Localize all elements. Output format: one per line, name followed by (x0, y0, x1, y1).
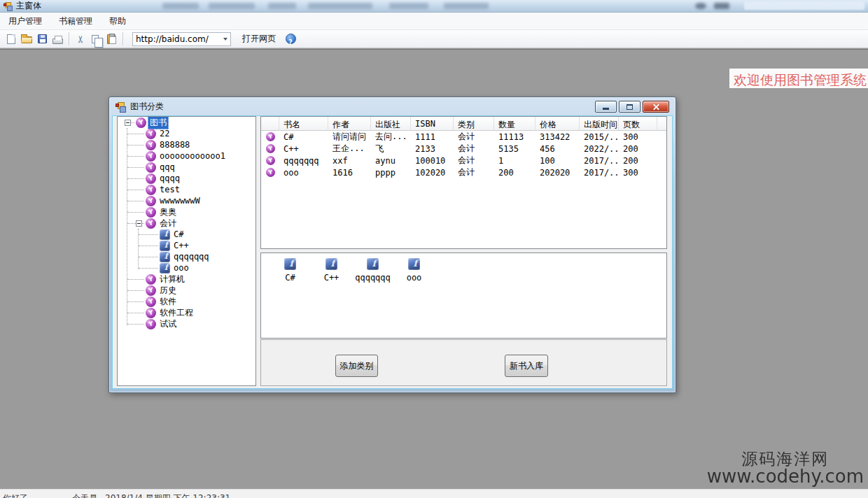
grid-cell: 请问请问 (328, 131, 371, 143)
grid-cell: xxf (328, 156, 371, 166)
help-icon[interactable] (283, 31, 298, 47)
category-icon (266, 144, 275, 153)
grid-header-filler (657, 117, 666, 131)
table-row[interactable]: ooo1616pppp102020会计2002020202017/...300 (261, 166, 666, 178)
blurred-text (744, 1, 864, 10)
tree-node[interactable]: wwwwwwwW (118, 195, 255, 206)
tree-node-label: test (158, 184, 182, 195)
tree-node[interactable]: 软件工程 (118, 307, 255, 318)
row-icon-cell (261, 156, 279, 165)
list-item[interactable]: C++ (311, 258, 352, 283)
new-book-button[interactable]: 新书入库 (505, 355, 548, 377)
grid-cell: C# (279, 132, 328, 142)
open-folder-icon[interactable] (19, 31, 34, 47)
grid-cell: 300 (619, 168, 657, 178)
tree-node[interactable]: qqqq (118, 173, 255, 184)
tree-node[interactable]: 试试 (118, 318, 255, 329)
tree-connector (127, 301, 144, 302)
url-input[interactable] (133, 33, 220, 45)
tree-connector (127, 156, 144, 157)
chevron-down-icon[interactable] (220, 33, 230, 45)
table-row[interactable]: C++王企...飞2133会计51354562022/...200 (261, 143, 666, 155)
grid-column-header[interactable]: 作者 (328, 117, 371, 131)
table-row[interactable]: C#请问请问去问...1111会计111133134222015/...300 (261, 131, 666, 143)
tree-node[interactable]: 888888 (118, 139, 255, 150)
expander-icon[interactable] (136, 220, 142, 227)
tree-node[interactable]: qqq (118, 162, 255, 173)
tree-node[interactable]: 奥奥 (118, 206, 255, 218)
grid-column-header[interactable]: 书名 (279, 117, 328, 131)
grid-cell: 11113 (494, 132, 536, 142)
print-icon[interactable] (50, 31, 65, 47)
category-icon (266, 132, 275, 141)
expander-icon[interactable] (125, 120, 131, 126)
maximize-button[interactable] (619, 101, 640, 113)
category-icon (146, 129, 156, 139)
grid-column-header[interactable]: 类别 (454, 117, 494, 131)
grid-column-header[interactable]: 页数 (619, 117, 657, 131)
category-icon (146, 274, 156, 285)
minimize-button[interactable] (595, 101, 617, 113)
list-item[interactable]: qqqqqqq (352, 258, 393, 283)
tree-connector (127, 134, 144, 134)
grid-column-header[interactable]: 价格 (536, 117, 580, 131)
dialog-client-area: 图书22888888oooooooooooo1qqqqqqqtestwwwwww… (113, 116, 672, 388)
dialog-titlebar[interactable]: 图书分类 (110, 98, 675, 115)
tree-node-label: C# (172, 229, 186, 240)
tree-node-label: oooooooooooo1 (158, 150, 227, 162)
category-icon (146, 297, 156, 307)
grid-column-header[interactable]: 出版社 (371, 117, 411, 131)
tree-node[interactable]: 22 (118, 128, 255, 139)
copy-icon[interactable] (88, 31, 104, 47)
tree-connector (127, 290, 144, 291)
category-icon (146, 162, 156, 173)
app-icon (4, 2, 12, 10)
category-icon (266, 168, 275, 177)
grid-cell: 王企... (328, 143, 371, 155)
grid-cell: 2017/... (580, 156, 619, 166)
tree-connector (127, 201, 144, 201)
save-icon[interactable] (34, 31, 50, 47)
dialog-icon (115, 102, 125, 112)
category-icon (146, 285, 156, 296)
list-item[interactable]: C# (270, 258, 311, 283)
new-document-icon[interactable] (4, 31, 19, 47)
close-button[interactable] (643, 101, 669, 113)
category-icon (136, 118, 146, 128)
tree-node[interactable]: 计算机 (118, 273, 255, 285)
screen: 主窗体 用户管理 书籍管理 帮助 ✂ 打开网页 欢迎使用图书管 (0, 0, 868, 48)
tree-connector (127, 324, 144, 325)
toolbar-separator (122, 32, 123, 45)
grid-cell: 313422 (536, 132, 580, 142)
main-titlebar: 主窗体 (0, 0, 868, 13)
book-icon (408, 258, 420, 270)
grid-column-header[interactable]: ISBN (411, 117, 454, 131)
category-icon (146, 308, 156, 318)
menu-help[interactable]: 帮助 (102, 13, 133, 30)
status-left: 你好了 (3, 492, 28, 498)
add-category-button[interactable]: 添加类别 (335, 355, 378, 377)
grid-column-header[interactable]: 出版时间 (580, 117, 619, 131)
blurred-text (308, 3, 372, 9)
blurred-text (162, 3, 199, 9)
grid-cell: 200 (619, 156, 657, 166)
status-middle: 今天是 (72, 492, 97, 498)
blurred-text (444, 3, 489, 9)
menu-book-management[interactable]: 书籍管理 (52, 13, 99, 30)
url-combobox (132, 32, 231, 46)
tree-node[interactable]: test (118, 184, 255, 195)
menu-user-management[interactable]: 用户管理 (1, 13, 49, 30)
table-row[interactable]: qqqqqqqxxfaynu100010会计11002017/...200 (261, 155, 666, 166)
grid-cell: pppp (371, 168, 411, 178)
tree-node-label: 22 (158, 128, 172, 139)
grid-column-header[interactable]: 数量 (494, 117, 536, 131)
open-webpage-button[interactable]: 打开网页 (238, 31, 280, 47)
category-icon (146, 207, 156, 218)
tree-node[interactable]: oooooooooooo1 (118, 150, 255, 162)
tree-node[interactable]: 图书 (118, 117, 255, 128)
paste-icon[interactable] (104, 31, 119, 47)
list-item[interactable]: ooo (393, 258, 435, 283)
tree-node[interactable]: 会计 (118, 218, 255, 229)
cut-icon[interactable]: ✂ (73, 31, 88, 47)
tree-node[interactable]: 历史 (118, 285, 255, 296)
